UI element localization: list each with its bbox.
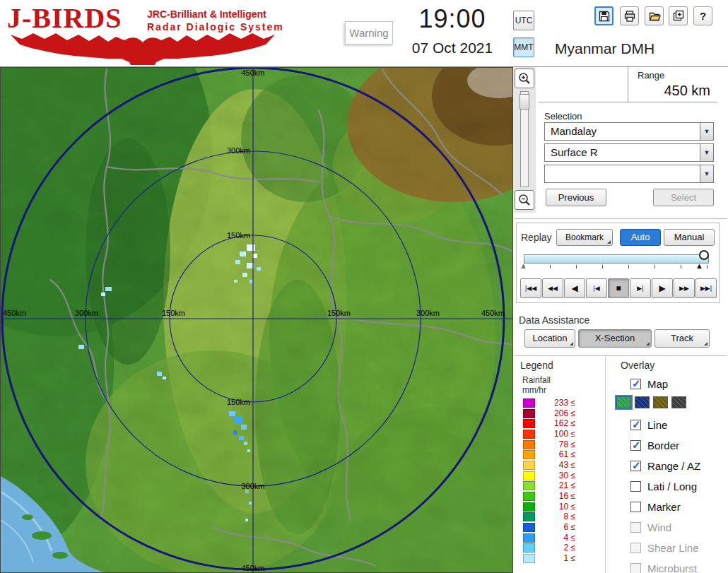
svg-text:450km: 450km	[481, 309, 505, 317]
play-button[interactable]: ▶	[652, 278, 673, 298]
overlay-item-shear-line: Shear Line	[630, 540, 699, 555]
timeline-position-marker[interactable]: ▲	[695, 261, 703, 270]
logo-tagline-1: JRC-Brilliant & Intelligent	[147, 8, 266, 20]
warning-status[interactable]: Warning	[345, 21, 393, 45]
zoom-out-button[interactable]	[515, 190, 534, 210]
map-swatch-green[interactable]	[616, 396, 631, 408]
auto-button[interactable]: Auto	[620, 229, 661, 246]
manual-button[interactable]: Manual	[664, 229, 715, 246]
utc-toggle-button[interactable]: UTC	[513, 11, 534, 30]
clock-time: 19:00	[403, 4, 502, 34]
svg-text:150km: 150km	[327, 309, 351, 317]
range-az-checkbox[interactable]	[630, 461, 641, 471]
range-label: Range	[638, 70, 664, 81]
mmt-toggle-button[interactable]: MMT	[513, 37, 534, 57]
product-dropdown[interactable]: Surface R ▼	[544, 143, 714, 162]
skip-to-start-button[interactable]: |◀◀	[520, 278, 541, 298]
rainfall-legend: 233 ≤ 206 ≤ 162 ≤ 100 ≤ 78 ≤ 61 ≤ 43 ≤ 3…	[523, 398, 575, 564]
overlay-item-range-az[interactable]: Range / AZ	[630, 459, 700, 473]
step-forward-button[interactable]: ▶|	[630, 278, 651, 298]
chevron-down-icon[interactable]: ▼	[700, 165, 713, 182]
replay-timeline-slider[interactable]	[524, 254, 709, 264]
step-back-button[interactable]: |◀	[586, 278, 607, 298]
svg-text:300km: 300km	[75, 309, 98, 317]
map-zoom-slider[interactable]	[520, 91, 529, 187]
svg-text:450km: 450km	[241, 564, 264, 572]
fast-rewind-button[interactable]: ◀◀	[542, 278, 563, 298]
select-button[interactable]: Select	[653, 189, 714, 206]
legend-row: 6 ≤	[523, 522, 575, 533]
timeline-start-marker[interactable]: ▲	[519, 261, 527, 270]
chevron-down-icon[interactable]: ▼	[700, 123, 713, 140]
svg-text:150km: 150km	[162, 309, 185, 317]
replay-group: Replay Bookmark Auto Manual ▲ ▲ |◀◀ ◀◀ ◀…	[516, 223, 720, 303]
help-button[interactable]: ?	[693, 6, 712, 25]
zoom-strip	[513, 67, 536, 213]
skip-to-end-button[interactable]: ▶▶|	[695, 278, 717, 298]
header-bar: J-BIRDS JRC-Brilliant & Intelligent Rada…	[0, 0, 728, 67]
separator	[515, 355, 727, 356]
legend-row: 4 ≤	[523, 533, 575, 543]
overlay-item-marker[interactable]: Marker	[630, 500, 681, 514]
overlay-item-line[interactable]: Line	[630, 418, 667, 432]
transport-controls: |◀◀ ◀◀ ◀ |◀ ■ ▶| ▶ ▶▶ ▶▶|	[520, 278, 717, 298]
legend-swatch	[523, 440, 535, 449]
extra-dropdown[interactable]: ▼	[544, 165, 714, 183]
shear-line-checkbox	[630, 543, 641, 553]
map-swatch-navy[interactable]	[635, 396, 650, 408]
map-checkbox[interactable]	[630, 379, 641, 389]
track-button[interactable]: Track	[654, 329, 710, 348]
legend-row: 233 ≤	[523, 398, 575, 408]
fast-forward-button[interactable]: ▶▶	[674, 278, 695, 298]
range-display: Range 450 km	[539, 67, 717, 102]
marker-checkbox[interactable]	[630, 502, 641, 512]
svg-text:450km: 450km	[3, 309, 26, 317]
legend-row: 21 ≤	[523, 481, 575, 492]
save-button[interactable]	[594, 6, 613, 25]
print-icon	[623, 10, 636, 23]
legend-swatch	[523, 554, 535, 563]
lati-long-checkbox[interactable]	[630, 481, 641, 492]
line-checkbox[interactable]	[630, 420, 641, 430]
folder-icon	[648, 10, 661, 23]
bookmark-button[interactable]: Bookmark	[556, 229, 613, 246]
stop-button[interactable]: ■	[608, 278, 629, 298]
legend-row: 61 ≤	[523, 449, 575, 460]
svg-text:300km: 300km	[241, 482, 264, 490]
export-button[interactable]	[669, 6, 688, 25]
previous-button[interactable]: Previous	[546, 189, 606, 206]
map-swatch-gray[interactable]	[671, 396, 686, 408]
zoom-slider-thumb[interactable]	[519, 94, 529, 110]
timeline-thumb[interactable]	[699, 250, 709, 260]
overlay-item-lati-long[interactable]: Lati / Long	[630, 479, 697, 493]
svg-text:300km: 300km	[227, 146, 250, 155]
border-checkbox[interactable]	[630, 440, 641, 451]
overlay-item-map[interactable]: Map	[630, 377, 668, 391]
product-dropdown-value: Surface R	[551, 146, 598, 158]
overlay-title: Overlay	[621, 360, 654, 371]
svg-text:300km: 300km	[416, 309, 440, 317]
legend-row: 8 ≤	[523, 512, 575, 523]
save-icon	[598, 10, 611, 23]
chevron-down-icon[interactable]: ▼	[700, 144, 713, 161]
play-backward-button[interactable]: ◀	[564, 278, 585, 298]
zoom-in-button[interactable]	[515, 69, 534, 88]
x-section-button[interactable]: X-Section	[578, 329, 652, 348]
export-icon	[672, 10, 685, 23]
legend-swatch	[523, 512, 535, 521]
overlay-item-wind: Wind	[630, 520, 671, 534]
legend-row: 1 ≤	[523, 553, 575, 564]
location-button[interactable]: Location	[524, 329, 575, 348]
radar-map-area[interactable]: 450km 300km 150km 150km 300km 450km 450k…	[0, 67, 513, 573]
print-button[interactable]	[620, 6, 639, 25]
overlay-item-microburst: Microburst	[630, 561, 697, 573]
jbirds-app: J-BIRDS JRC-Brilliant & Intelligent Rada…	[0, 0, 728, 573]
svg-text:450km: 450km	[241, 69, 264, 77]
site-dropdown[interactable]: Mandalay ▼	[544, 122, 714, 141]
open-file-button[interactable]	[645, 6, 664, 25]
map-swatch-olive[interactable]	[653, 396, 668, 408]
legend-swatch	[523, 543, 535, 553]
overlay-item-border[interactable]: Border	[630, 438, 679, 452]
legend-row: 43 ≤	[523, 460, 575, 471]
app-logo-title: J-BIRDS	[7, 1, 122, 35]
